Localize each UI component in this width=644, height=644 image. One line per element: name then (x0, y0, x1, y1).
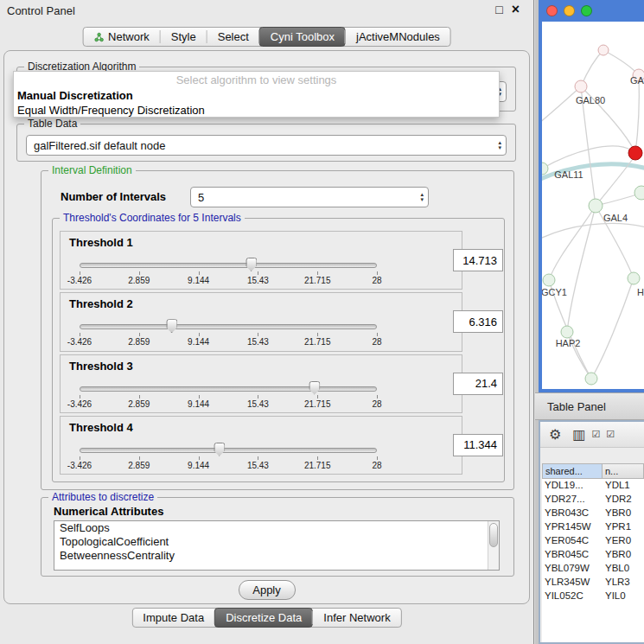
table-row[interactable]: YBR045CYBR0 (542, 548, 644, 562)
threshold-value-field[interactable]: 6.316 (453, 310, 503, 333)
spinner-value: 5 (198, 191, 204, 204)
table-row[interactable]: YER054CYER0 (542, 534, 644, 548)
threshold-label: Threshold 2 (69, 297, 133, 310)
apply-button[interactable]: Apply (239, 580, 296, 600)
list-item-topologicalcoefficient[interactable]: TopologicalCoefficient (54, 535, 499, 549)
network-edge[interactable] (603, 50, 639, 75)
network-edge[interactable] (591, 278, 634, 379)
attribute-table: shared...n... YDL19...YDL1YDR27...YDR2YB… (542, 463, 644, 642)
tab-discretize-data[interactable]: Discretize Data (214, 608, 313, 628)
network-edge[interactable] (635, 75, 639, 153)
threshold-block: Threshold 2-3.4262.8599.14415.4321.71528… (60, 292, 462, 351)
tick-mark (258, 456, 258, 460)
slider-thumb[interactable] (309, 381, 320, 395)
arrow-down-icon: ▾ (498, 145, 501, 150)
network-node-gal4[interactable] (589, 199, 603, 213)
tick-mark (377, 333, 378, 336)
threshold-value-field[interactable]: 21.4 (453, 373, 503, 395)
slider-thumb[interactable] (214, 443, 225, 456)
node-label-gcy1: GCY1 (542, 287, 567, 297)
table-cell: YIL0 (603, 590, 644, 603)
slider-track[interactable] (80, 263, 377, 268)
network-node-h[interactable] (628, 272, 640, 284)
table-row[interactable]: YPR145WYPR1 (542, 520, 644, 534)
table-cell: YBL079W (542, 562, 603, 576)
slider-track[interactable] (80, 448, 377, 453)
table-data-group: Table Data galFiltered.sif default node … (16, 124, 516, 162)
list-item-betweennesscentrality[interactable]: BetweennessCentrality (54, 549, 499, 563)
close-icon[interactable]: × (512, 3, 520, 16)
column-header-0[interactable]: shared... (542, 463, 603, 479)
tab-impute-data[interactable]: Impute Data (132, 609, 214, 627)
network-node[interactable] (598, 45, 609, 55)
close-traffic-icon[interactable] (546, 5, 558, 16)
table-panel-title: Table Panel (547, 400, 606, 413)
tick-label: 15.43 (247, 461, 269, 470)
tick-mark (199, 271, 200, 275)
network-node[interactable] (634, 186, 644, 200)
table-cell: YER0 (603, 534, 644, 548)
network-node[interactable] (628, 146, 642, 160)
threshold-label: Threshold 1 (69, 236, 133, 249)
table-row[interactable]: YDL19...YDL1 (542, 479, 644, 493)
list-item-selfloops[interactable]: SelfLoops (54, 521, 499, 535)
network-node-gcy1[interactable] (543, 274, 555, 286)
table-row[interactable]: YIL052CYIL0 (542, 590, 644, 603)
columns-icon[interactable]: ▥ (572, 426, 585, 443)
thresholds-list: Threshold 1-3.4262.8599.14415.4321.71528… (60, 231, 462, 475)
slider-thumb[interactable] (245, 258, 257, 271)
gear-icon[interactable]: ⚙ (549, 426, 561, 443)
threshold-value-field[interactable]: 14.713 (453, 249, 503, 271)
tick-mark (139, 333, 140, 336)
network-node-hap2[interactable] (561, 326, 573, 338)
table-row[interactable]: YDR27...YDR2 (542, 493, 644, 507)
zoom-traffic-icon[interactable] (581, 5, 592, 16)
float-window-icon[interactable]: □ (495, 3, 502, 16)
network-edge[interactable] (549, 206, 596, 280)
table-cell: YBR0 (603, 548, 644, 562)
network-edge[interactable] (542, 223, 644, 239)
tick-label: -3.426 (67, 276, 92, 285)
num-intervals-spinner[interactable]: 5 ▴ ▾ (190, 187, 429, 207)
table-row[interactable]: YBL079WYBL0 (542, 562, 644, 576)
table-cell: YBR043C (542, 507, 603, 520)
network-canvas[interactable]: GAL80GAGAL11GAL4GCY1HHAP2 (542, 22, 644, 389)
slider-track[interactable] (80, 386, 377, 392)
tick-label: 9.144 (188, 461, 209, 470)
tab-network[interactable]: Network (83, 28, 160, 46)
numerical-attributes-label: Numerical Attributes (54, 505, 163, 518)
tab-jactivemnodules[interactable]: jActiveMNodules (346, 28, 450, 46)
slider-track[interactable] (80, 324, 377, 329)
tab-infer-network[interactable]: Infer Network (313, 609, 400, 627)
network-node[interactable] (585, 373, 597, 385)
table-cell: YLR3 (603, 576, 644, 590)
table-data-combo[interactable]: galFiltered.sif default node ▴ ▾ (26, 135, 507, 156)
network-node-gal11[interactable] (542, 163, 548, 175)
table-cell: YPR1 (603, 520, 644, 534)
select-all-columns-icon[interactable]: ☑ (591, 429, 600, 440)
table-row[interactable]: YLR345WYLR3 (542, 576, 644, 590)
threshold-slider[interactable] (80, 443, 377, 456)
tab-select[interactable]: Select (207, 28, 259, 46)
threshold-slider[interactable] (80, 381, 377, 395)
threshold-slider[interactable] (80, 258, 377, 271)
column-header-1[interactable]: n... (603, 463, 644, 479)
select-columns-icon[interactable]: ☑ (606, 429, 615, 440)
table-row[interactable]: YBR043CYBR0 (542, 507, 644, 520)
dropdown-option-equal-width-frequency-discretization[interactable]: Equal Width/Frequency Discretization (14, 103, 499, 118)
tick-label: 2.859 (128, 399, 150, 409)
scrollbar-thumb[interactable] (489, 523, 498, 547)
dropdown-option-manual-discretization[interactable]: Manual Discretization (14, 88, 499, 103)
attributes-listbox: SelfLoopsTopologicalCoefficientBetweenne… (54, 520, 500, 571)
slider-thumb[interactable] (166, 319, 177, 333)
cyni-toolbox-panel: Discretization Algorithm ▴ ▾ Select algo… (3, 50, 530, 604)
arrow-down-icon: ▾ (420, 197, 424, 202)
threshold-slider[interactable] (80, 319, 377, 333)
threshold-value-field[interactable]: 11.344 (453, 434, 503, 456)
tab-label: jActiveMNodules (356, 30, 440, 43)
minimize-traffic-icon[interactable] (564, 5, 575, 16)
tab-cyni-toolbox[interactable]: Cyni Toolbox (259, 27, 346, 47)
network-node-gal80[interactable] (575, 80, 587, 92)
tab-style[interactable]: Style (161, 28, 207, 46)
list-scrollbar[interactable] (488, 521, 499, 570)
